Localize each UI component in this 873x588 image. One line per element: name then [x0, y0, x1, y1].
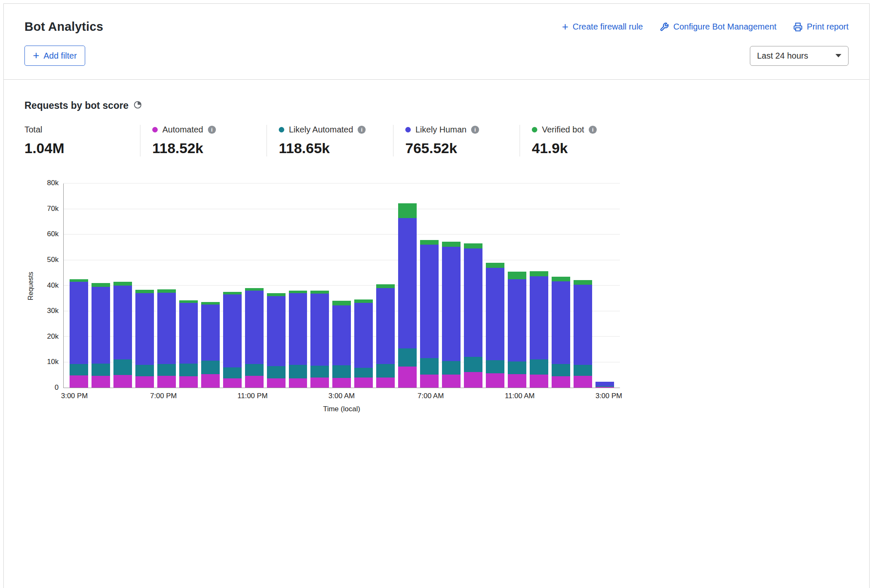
printer-icon	[793, 22, 803, 32]
bar-segment	[310, 294, 329, 366]
bar-segment	[135, 290, 154, 293]
requests-by-bot-score-chart: Requests 010k20k30k40k50k60k70k80k 3:00 …	[24, 183, 620, 416]
bar-segment	[113, 286, 132, 359]
stat-label: Verified bot	[542, 125, 584, 135]
bar-segment	[310, 378, 329, 388]
bar	[157, 183, 176, 388]
bar-segment	[245, 376, 264, 388]
y-tick-label: 50k	[47, 256, 59, 264]
bar-segment	[289, 365, 307, 378]
bar-segment	[179, 376, 198, 388]
bar-segment	[595, 387, 614, 388]
bar-segment	[552, 277, 570, 281]
y-tick-label: 10k	[47, 358, 59, 366]
bar-segment	[267, 378, 286, 388]
verified-bot-legend-dot	[532, 127, 537, 132]
stat-value: 1.04M	[24, 140, 140, 156]
stat-label: Likely Human	[415, 125, 466, 135]
bar-segment	[354, 303, 373, 368]
bar	[92, 183, 110, 388]
time-range-value: Last 24 hours	[757, 51, 808, 61]
bar-segment	[310, 366, 329, 378]
bar-segment	[574, 285, 592, 365]
bar-segment	[332, 301, 351, 305]
bar-segment	[354, 378, 373, 388]
bar-segment	[398, 218, 417, 348]
print-report-link[interactable]: Print report	[793, 22, 849, 32]
bar-segment	[179, 303, 198, 364]
bar-segment	[552, 281, 570, 364]
bar-segment	[464, 243, 482, 248]
bar-segment	[595, 382, 614, 386]
bar-segment	[135, 376, 154, 388]
x-tick-label: 7:00 PM	[150, 392, 177, 400]
bar-segment	[442, 247, 461, 361]
info-icon[interactable]: i	[589, 126, 597, 134]
info-icon[interactable]: i	[471, 126, 479, 134]
bar	[464, 183, 482, 388]
plus-icon: +	[562, 21, 569, 32]
y-tick-label: 40k	[47, 281, 59, 290]
stat-value: 118.65k	[279, 140, 393, 156]
y-tick-label: 70k	[47, 205, 59, 213]
y-tick-label: 30k	[47, 307, 59, 315]
bar	[113, 183, 132, 388]
bar	[420, 183, 439, 388]
bar-segment	[332, 365, 351, 378]
bar-segment	[354, 299, 373, 303]
bar-segment	[508, 279, 526, 361]
bar-segment	[464, 372, 482, 388]
bar-segment	[157, 376, 176, 388]
bar-segment	[420, 358, 439, 374]
bar-segment	[223, 378, 242, 388]
stat-value: 41.9k	[532, 140, 646, 156]
stat-likely-human: Likely Human i 765.52k	[393, 125, 520, 156]
y-axis-title: Requests	[24, 183, 37, 388]
bar	[223, 183, 242, 388]
stat-verified-bot: Verified bot i 41.9k	[520, 125, 646, 156]
likely-human-legend-dot	[405, 127, 411, 132]
bar-segment	[113, 359, 132, 375]
bar-segment	[223, 367, 242, 378]
info-icon[interactable]: i	[208, 126, 216, 134]
bar	[201, 183, 220, 388]
section-title: Requests by bot score	[24, 100, 129, 111]
stat-label: Total	[24, 125, 42, 135]
time-range-select[interactable]: Last 24 hours	[750, 46, 849, 66]
bar-segment	[267, 366, 286, 379]
create-firewall-rule-link[interactable]: + Create firewall rule	[562, 22, 643, 32]
info-icon[interactable]: i	[358, 126, 366, 134]
bar	[530, 183, 548, 388]
bar-segment	[113, 282, 132, 286]
bar	[574, 183, 592, 388]
bar-segment	[420, 240, 439, 245]
bar	[179, 183, 198, 388]
configure-bot-management-link[interactable]: Configure Bot Management	[660, 22, 776, 32]
chevron-down-icon	[835, 54, 841, 57]
bar-segment	[398, 367, 417, 388]
bar	[552, 183, 570, 388]
bar-segment	[245, 364, 264, 376]
bar-segment	[289, 378, 307, 388]
bar-segment	[223, 294, 242, 368]
stat-likely-automated: Likely Automated i 118.65k	[267, 125, 393, 156]
page-title: Bot Analytics	[24, 20, 103, 34]
bar-segment	[508, 272, 526, 279]
bar	[245, 183, 264, 388]
bar-segment	[486, 360, 504, 373]
bar-segment	[157, 293, 176, 364]
header: Bot Analytics + Create firewall rule Con…	[4, 4, 869, 80]
bar-segment	[70, 282, 88, 364]
bar-segment	[376, 284, 395, 288]
automated-legend-dot	[152, 127, 158, 132]
bar-segment	[486, 263, 504, 268]
likely-automated-legend-dot	[279, 127, 284, 132]
x-axis-tick-labels: 3:00 PM7:00 PM11:00 PM3:00 AM7:00 AM11:0…	[63, 388, 620, 402]
stat-label: Likely Automated	[289, 125, 353, 135]
bar	[442, 183, 461, 388]
bar	[595, 183, 614, 388]
bar	[398, 183, 417, 388]
add-filter-button[interactable]: + Add filter	[24, 46, 85, 66]
stats-row: Total 1.04M Automated i 118.52k Likely A…	[24, 125, 849, 156]
bar-segment	[574, 280, 592, 285]
